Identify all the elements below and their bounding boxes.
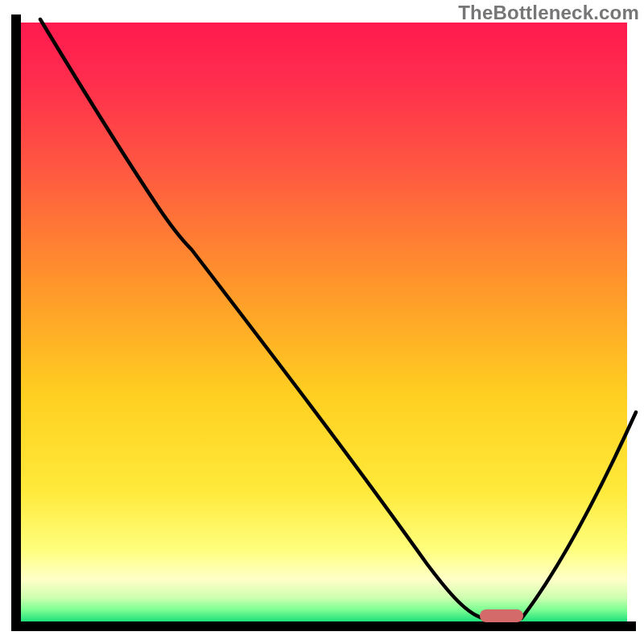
gradient-background [20,23,627,621]
bottleneck-chart [0,0,644,644]
optimum-marker [480,609,523,622]
x-axis [11,621,636,631]
watermark-text: TheBottleneck.com [458,2,639,24]
chart-container: TheBottleneck.com [0,0,644,644]
plot-area [20,23,627,621]
y-axis [11,14,21,630]
